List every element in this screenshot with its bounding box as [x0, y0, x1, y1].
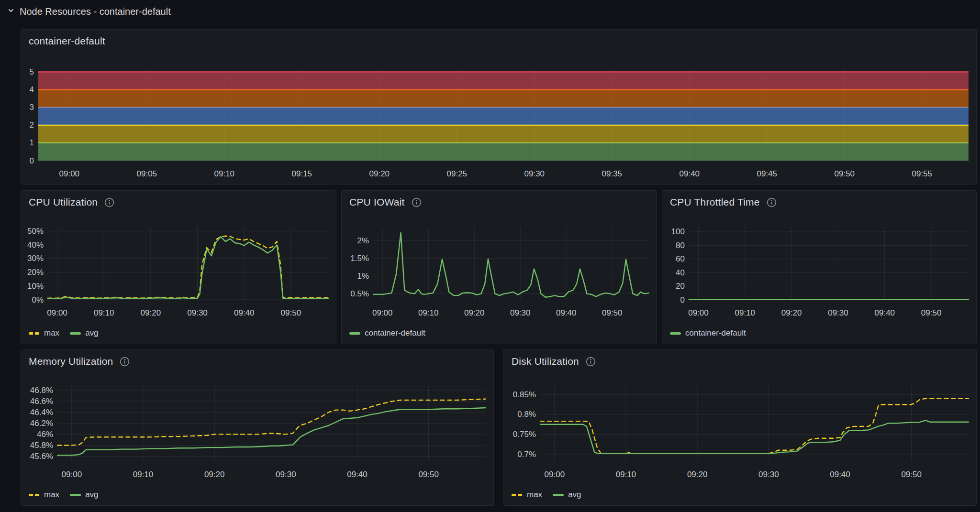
x-axis-label: 09:55 — [912, 169, 933, 178]
panel-cpu-throttled-time: CPU Throttled Time 02040608010009:0009:1… — [662, 190, 977, 344]
x-axis-label: 09:45 — [757, 169, 778, 178]
y-axis-label: 1.5% — [350, 254, 369, 263]
legend-swatch-max — [29, 494, 40, 496]
x-axis-label: 09:30 — [276, 470, 296, 479]
legend-label: avg — [85, 490, 98, 500]
info-icon[interactable] — [120, 357, 130, 367]
y-axis-label: 10% — [27, 282, 44, 291]
x-axis-label: 09:20 — [781, 308, 802, 317]
stacked-band — [38, 143, 969, 161]
series-max — [48, 236, 328, 298]
disk-utilization-legend: maxavg — [512, 490, 581, 500]
disk-utilization-chart[interactable]: 0.7%0.75%0.8%0.85%09:0009:1009:2009:3009… — [504, 350, 976, 505]
x-axis-label: 09:10 — [735, 308, 756, 317]
dashboard-row-header[interactable]: Node Resources - container-default — [8, 4, 171, 19]
info-icon[interactable] — [104, 197, 114, 207]
x-axis-label: 09:20 — [687, 470, 708, 479]
memory-utilization-chart[interactable]: 45.6%45.8%46%46.2%46.4%46.6%46.8%09:0009… — [21, 350, 493, 505]
panel-title[interactable]: CPU Utilization — [29, 196, 98, 208]
x-axis-label: 09:20 — [369, 169, 390, 178]
x-axis-label: 09:10 — [133, 470, 154, 479]
row-title[interactable]: Node Resources - container-default — [20, 6, 171, 17]
legend-item-avg[interactable]: avg — [70, 490, 98, 500]
x-axis-label: 09:40 — [830, 470, 850, 479]
panel-title[interactable]: CPU IOWait — [349, 196, 405, 208]
stacked-band — [38, 90, 969, 108]
x-axis-label: 09:30 — [187, 308, 208, 317]
x-axis-label: 09:00 — [59, 169, 80, 178]
legend-swatch-avg — [70, 332, 81, 335]
panel-memory-utilization: Memory Utilization 45.6%45.8%46%46.2%46.… — [21, 349, 494, 506]
y-axis-label: 45.6% — [30, 452, 53, 461]
y-axis-label: 20% — [27, 268, 44, 277]
y-axis-label: 1% — [357, 272, 369, 281]
legend-label: avg — [568, 490, 581, 500]
y-axis-label: 46.4% — [30, 408, 53, 417]
y-axis-label: 0 — [30, 156, 34, 165]
panel-title[interactable]: Memory Utilization — [29, 356, 113, 367]
y-axis-label: 0.75% — [513, 430, 536, 439]
y-axis-label: 40% — [27, 240, 44, 250]
x-axis-label: 09:00 — [545, 470, 565, 479]
y-axis-label: 2% — [357, 236, 369, 245]
x-axis-label: 09:30 — [510, 308, 531, 317]
x-axis-label: 09:10 — [616, 470, 636, 479]
panel-title[interactable]: container-default — [29, 35, 105, 47]
cpu-utilization-chart[interactable]: 0%10%20%30%40%50%09:0009:1009:2009:3009:… — [21, 191, 336, 344]
cpu-iowait-chart[interactable]: 0.5%1%1.5%2%09:0009:1009:2009:3009:4009:… — [342, 191, 657, 344]
y-axis-label: 5 — [30, 67, 34, 76]
cpu-throttled-time-chart[interactable]: 02040608010009:0009:1009:2009:3009:4009:… — [662, 191, 976, 344]
stacked-band — [38, 125, 969, 143]
stacked-band — [38, 108, 969, 125]
x-axis-label: 09:05 — [137, 169, 157, 178]
memory-utilization-legend: maxavg — [29, 490, 99, 500]
overview-chart[interactable]: 01234509:0009:0509:1009:1509:2009:2509:3… — [21, 30, 976, 184]
legend-item-avg[interactable]: avg — [70, 328, 98, 338]
y-axis-label: 46% — [37, 430, 53, 439]
legend-label: max — [44, 328, 59, 338]
y-axis-label: 3 — [30, 103, 34, 112]
chevron-down-icon[interactable] — [8, 7, 14, 16]
x-axis-label: 09:10 — [214, 169, 235, 178]
series-avg — [57, 408, 486, 455]
x-axis-label: 09:50 — [835, 169, 855, 178]
y-axis-label: 4 — [30, 85, 34, 94]
series-avg — [540, 420, 969, 453]
info-icon[interactable] — [586, 357, 596, 367]
legend-item-max[interactable]: max — [29, 328, 59, 338]
panel-title[interactable]: CPU Throttled Time — [670, 196, 760, 208]
info-icon[interactable] — [767, 197, 777, 207]
legend-item-container-default[interactable]: container-default — [670, 328, 746, 338]
legend-item-max[interactable]: max — [512, 490, 542, 500]
y-axis-label: 46.6% — [30, 397, 53, 406]
y-axis-label: 1 — [30, 138, 34, 147]
y-axis-label: 0% — [32, 295, 44, 305]
y-axis-label: 50% — [27, 227, 44, 236]
y-axis-label: 0.85% — [513, 390, 536, 399]
dashboard: Node Resources - container-default conta… — [0, 0, 980, 512]
legend-swatch-container-default — [670, 332, 681, 335]
panel-title[interactable]: Disk Utilization — [512, 356, 579, 367]
cpu-iowait-legend: container-default — [349, 328, 425, 338]
info-icon[interactable] — [412, 197, 422, 207]
legend-item-max[interactable]: max — [29, 490, 59, 500]
x-axis-label: 09:40 — [875, 308, 895, 317]
x-axis-label: 09:00 — [47, 308, 67, 317]
x-axis-label: 09:50 — [418, 470, 439, 479]
series-container-default — [373, 233, 649, 297]
legend-item-container-default[interactable]: container-default — [349, 328, 425, 338]
legend-swatch-container-default — [349, 332, 360, 335]
x-axis-label: 09:40 — [234, 308, 255, 317]
legend-item-avg[interactable]: avg — [553, 490, 581, 500]
panel-overview: container-default 01234509:0009:0509:100… — [21, 29, 977, 185]
x-axis-label: 09:40 — [556, 308, 577, 317]
x-axis-label: 09:00 — [688, 308, 709, 317]
x-axis-label: 09:20 — [141, 308, 161, 317]
x-axis-label: 09:20 — [464, 308, 485, 317]
x-axis-label: 09:25 — [447, 169, 468, 178]
series-avg — [48, 237, 328, 298]
legend-label: max — [44, 490, 59, 500]
x-axis-label: 09:50 — [901, 470, 922, 479]
x-axis-label: 09:00 — [62, 470, 82, 479]
x-axis-label: 09:50 — [281, 308, 301, 317]
